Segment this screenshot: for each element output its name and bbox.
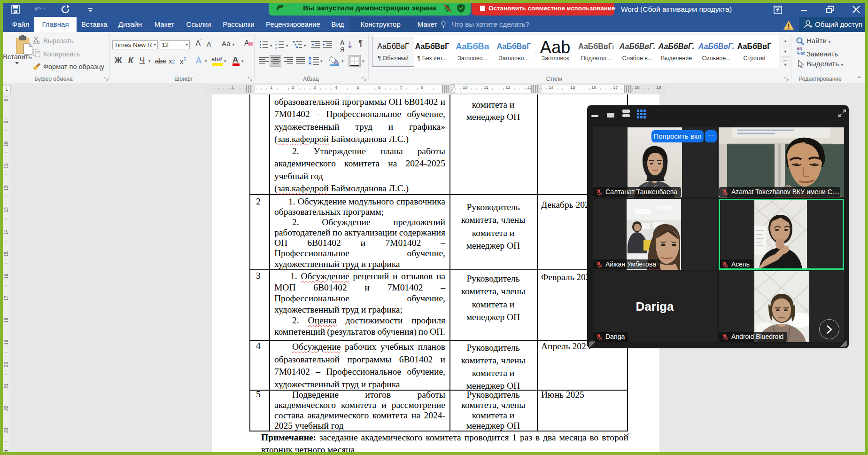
svg-text:3: 3 (275, 47, 277, 49)
